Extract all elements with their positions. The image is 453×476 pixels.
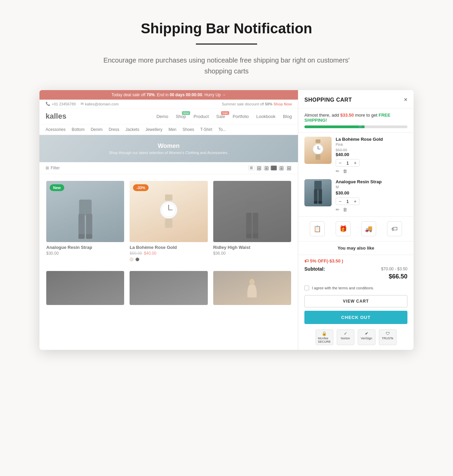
cat-denim[interactable]: Denim (91, 127, 103, 132)
discount-label: 🏷 5% OFF(-$3.50 ) (304, 258, 343, 264)
qty-controls: − 1 + (336, 198, 359, 205)
cat-tshirt[interactable]: T-Shirt (200, 127, 212, 132)
qty-decrease[interactable]: − (339, 160, 341, 166)
svg-rect-22 (316, 154, 320, 160)
cat-bottom[interactable]: Bottom (72, 127, 85, 132)
trust-badges: 🔒 McAfeeSECURE ✓ Norton ✔ VeriSign 🛡 TRU… (298, 327, 414, 350)
nav-sale[interactable]: Sale Sale (216, 114, 225, 119)
product-name: Analogue Resin Strap (46, 245, 124, 250)
qty-decrease[interactable]: − (339, 199, 341, 204)
product-image[interactable] (213, 181, 291, 242)
hero-subtitle: Shop through our latest selection of Wom… (109, 151, 228, 155)
clipboard-icon-button[interactable]: 📋 (310, 221, 325, 236)
product-name: La Bohème Rose Gold (130, 245, 207, 250)
product-badge-new: New (50, 184, 64, 191)
mcafee-icon: 🔒 (322, 331, 327, 336)
close-button[interactable]: × (404, 96, 407, 103)
product-card-sm (211, 268, 294, 308)
view-grid-6[interactable]: ⊞ (286, 166, 292, 170)
svg-rect-26 (314, 201, 318, 204)
truck-icon-button[interactable]: 🚚 (361, 221, 376, 236)
pants-figure (243, 201, 262, 240)
filter-icon: ⊞ (46, 166, 49, 170)
cat-jackets[interactable]: Jackets (125, 127, 139, 132)
page-title: Shipping Bar Notification (97, 20, 356, 37)
color-swatches (130, 257, 207, 261)
product-image-sm (46, 271, 124, 305)
subtotal-calculation: $70.00 - $3.50 (381, 267, 407, 271)
view-grid-5[interactable]: ⊞ (278, 166, 284, 170)
cart-header: SHOPPING CART × (298, 90, 414, 108)
store-nav: kalles Demo Shop New Product Sale Sale P… (39, 108, 298, 124)
item-variant: Pink (336, 142, 407, 147)
jogger-figure (75, 200, 96, 240)
svg-rect-5 (165, 194, 172, 201)
deal-bar-text: Today deal sale off 70%. End in 00 days … (112, 92, 226, 97)
filter-bar: ⊞ Filter ≡ ⊞ ⊞ ⊞ ⊞ ⊞ (39, 162, 298, 174)
cart-item-details: Analogue Resin Strap M $30.00 − 1 + ✏ 🗑 (336, 179, 407, 212)
tag-icon-button[interactable]: 🏷 (387, 221, 402, 236)
sale-badge: Sale (221, 111, 229, 115)
nav-product[interactable]: Product (194, 114, 209, 119)
product-grid: New Analogue Resin Strap $30.00 (39, 174, 298, 268)
cat-more[interactable]: To... (218, 127, 226, 132)
qty-increase[interactable]: + (354, 160, 356, 166)
nav-lookbook[interactable]: Lookbook (256, 114, 275, 119)
delete-item-button[interactable]: 🗑 (343, 169, 347, 174)
nav-blog[interactable]: Blog (283, 114, 292, 119)
filter-button[interactable]: ⊞ Filter (46, 166, 60, 170)
checkout-button[interactable]: CHECK OUT (304, 311, 407, 324)
shop-badge: New (182, 111, 190, 115)
cart-watch-icon (309, 139, 326, 162)
svg-rect-27 (318, 201, 322, 204)
product-price: $60.00$40.00 (130, 251, 207, 256)
svg-rect-3 (78, 234, 84, 239)
product-badge-discount: -33% (133, 184, 149, 191)
terms-checkbox[interactable] (304, 286, 309, 290)
product-image[interactable]: New (46, 181, 124, 242)
deal-bar: Today deal sale off 70%. End in 00 days … (39, 90, 298, 100)
nav-portfolio[interactable]: Portfolio (233, 114, 249, 119)
item-price: $30.00 (336, 190, 407, 196)
truste-icon: 🛡 (386, 331, 390, 336)
view-grid-2[interactable]: ⊞ (256, 166, 262, 170)
nav-items: Demo Shop New Product Sale Sale Portfoli… (79, 114, 292, 119)
qty-value: 1 (344, 199, 351, 204)
mcafee-label: McAfeeSECURE (318, 337, 331, 343)
qty-increase[interactable]: + (354, 199, 356, 204)
cat-dress[interactable]: Dress (108, 127, 119, 132)
phone: 📞 +01 23456789 (46, 102, 76, 106)
trust-badge-verisign: ✔ VeriSign (358, 329, 375, 345)
product-image[interactable]: -33% (130, 181, 207, 242)
cat-jewellery[interactable]: Jewellery (145, 127, 162, 132)
view-list[interactable]: ≡ (248, 166, 254, 170)
watch-figure (155, 194, 182, 228)
cat-accessories[interactable]: Acessories (46, 127, 66, 132)
filter-label: Filter (51, 166, 60, 170)
nav-demo[interactable]: Demo (156, 114, 168, 119)
edit-item-button[interactable]: ✏ (336, 169, 339, 174)
truste-label: TRUSTe (382, 337, 393, 340)
svg-rect-0 (79, 200, 91, 215)
shop-now-link[interactable]: Shop Now (273, 102, 292, 106)
svg-rect-17 (316, 139, 320, 143)
delete-item-button[interactable]: 🗑 (343, 207, 347, 212)
product-card-sm (127, 268, 210, 308)
item-name: La Bohème Rose Gold (336, 137, 407, 142)
cat-men[interactable]: Men (168, 127, 176, 132)
view-cart-button[interactable]: VIEW CART (304, 295, 407, 307)
svg-rect-10 (165, 219, 172, 228)
page-header: Shipping Bar Notification Encourage more… (90, 0, 363, 90)
view-grid-4[interactable]: ⊞ (271, 166, 277, 170)
item-variant: M (336, 185, 407, 189)
contact-info: 📞 +01 23456789 ✉ kalles@domain.com (46, 102, 119, 106)
view-grid-3[interactable]: ⊞ (263, 166, 269, 170)
cat-shoes[interactable]: Shoes (183, 127, 194, 132)
svg-rect-12 (246, 213, 252, 235)
edit-item-button[interactable]: ✏ (336, 207, 339, 212)
nav-shop[interactable]: Shop New (176, 114, 186, 119)
email: ✉ kalles@domain.com (81, 102, 119, 106)
item-name: Analogue Resin Strap (336, 179, 407, 184)
product-image-sm (213, 271, 291, 305)
gift-icon-button[interactable]: 🎁 (336, 221, 351, 236)
